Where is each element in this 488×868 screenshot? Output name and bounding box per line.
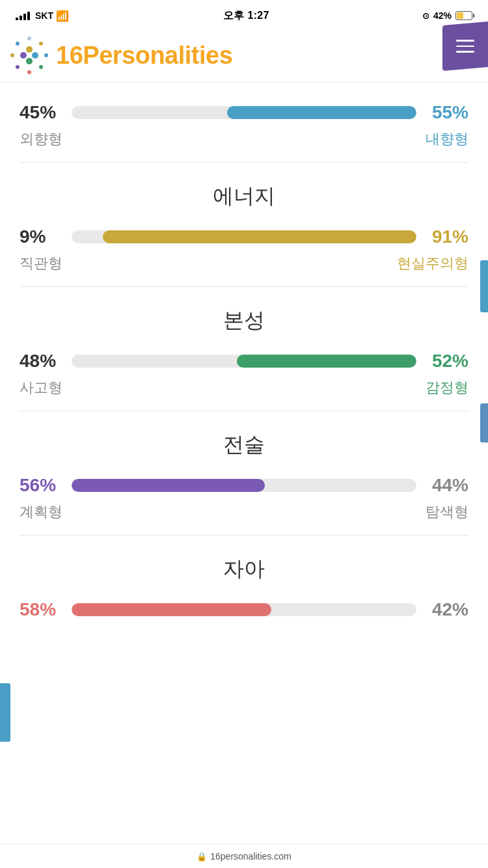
trait-bar-row-nature: 48% 52% — [20, 351, 468, 372]
left-label-nature: 사고형 — [20, 378, 62, 398]
left-pct-identity: 58% — [20, 599, 64, 620]
right-pct-nature: 52% — [424, 351, 468, 372]
left-pct-ei: 45% — [20, 102, 64, 123]
bar-fill-tactics — [72, 479, 265, 492]
bar-track-nature — [72, 355, 416, 368]
svg-point-10 — [26, 58, 33, 64]
bar-fill-identity — [72, 603, 271, 616]
orientation-lock-icon: ⊙ — [422, 11, 429, 21]
svg-point-5 — [16, 65, 20, 69]
trait-section-energy: 에너지 9% 91% 직관형 현실주의형 — [20, 163, 468, 287]
trait-bar-row-tactics: 56% 44% — [20, 475, 468, 496]
trait-labels-energy: 직관형 현실주의형 — [20, 254, 468, 273]
svg-point-9 — [32, 52, 38, 59]
right-side-block-top — [480, 260, 488, 312]
bar-fill-energy — [103, 230, 416, 243]
hamburger-menu-button[interactable] — [442, 21, 488, 71]
left-side-block-bottom — [0, 683, 10, 742]
footer: 🔒 16personalities.com — [0, 844, 488, 868]
svg-point-11 — [20, 52, 27, 59]
trait-section-ei: 45% 55% 외향형 내향형 — [20, 83, 468, 163]
main-content: 45% 55% 외향형 내향형 에너지 9% 91% 직관형 현실주의형 본성 — [0, 83, 488, 640]
left-pct-energy: 9% — [20, 226, 64, 247]
bar-fill-nature — [237, 355, 416, 368]
carrier-label: SKT — [35, 10, 53, 21]
right-pct-ei: 55% — [424, 102, 468, 123]
header-controls: 🇰🇷 — [449, 42, 475, 68]
right-pct-tactics: 44% — [424, 475, 468, 496]
status-time: 오후 1:27 — [223, 9, 269, 23]
status-right: ⊙ 42% — [422, 10, 472, 21]
right-side-block-bottom — [480, 403, 488, 442]
signal-icon — [16, 12, 30, 20]
svg-point-1 — [39, 42, 43, 46]
left-pct-nature: 48% — [20, 351, 64, 372]
footer-lock-icon: 🔒 — [197, 852, 207, 861]
header-title-number: 16 — [56, 42, 83, 69]
right-label-ei: 내향형 — [426, 129, 468, 149]
wifi-icon: 📶 — [56, 10, 69, 22]
trait-bar-row-identity: 58% 42% — [20, 599, 468, 620]
right-pct-identity: 42% — [424, 599, 468, 620]
status-bar: SKT 📶 오후 1:27 ⊙ 42% — [0, 0, 488, 29]
trait-labels-nature: 사고형 감정형 — [20, 378, 468, 398]
bar-track-energy — [72, 230, 416, 243]
header-title: 16Personalities — [56, 42, 232, 70]
trait-title-identity: 자아 — [20, 555, 468, 584]
carrier-wifi: SKT 📶 — [16, 10, 70, 22]
left-label-ei: 외향형 — [20, 129, 62, 149]
trait-title-nature: 본성 — [20, 306, 468, 335]
battery-fill — [457, 12, 463, 19]
svg-point-0 — [27, 36, 31, 40]
trait-bar-row-energy: 9% 91% — [20, 226, 468, 247]
trait-bar-row-ei: 45% 55% — [20, 102, 468, 123]
svg-point-4 — [27, 70, 31, 74]
right-label-nature: 감정형 — [426, 378, 468, 398]
bar-fill-ei — [227, 106, 417, 119]
left-label-tactics: 계획형 — [20, 502, 62, 522]
header-title-word: Personalities — [83, 42, 232, 69]
svg-point-8 — [26, 46, 33, 53]
footer-domain: 16personalities.com — [210, 851, 291, 861]
bar-track-identity — [72, 603, 416, 616]
trait-section-tactics: 전술 56% 44% 계획형 탐색형 — [20, 411, 468, 536]
trait-labels-tactics: 계획형 탐색형 — [20, 502, 468, 522]
svg-point-2 — [44, 53, 48, 57]
trait-section-nature: 본성 48% 52% 사고형 감정형 — [20, 287, 468, 411]
header: 16Personalities 🇰🇷 — [0, 29, 488, 83]
trait-title-tactics: 전술 — [20, 431, 468, 459]
battery-icon — [455, 11, 472, 20]
left-label-energy: 직관형 — [20, 254, 62, 273]
svg-point-7 — [16, 42, 20, 46]
battery-pct-label: 42% — [433, 10, 452, 21]
left-pct-tactics: 56% — [20, 475, 64, 496]
trait-labels-ei: 외향형 내향형 — [20, 129, 468, 149]
bar-track-ei — [72, 106, 416, 119]
hamburger-icon — [456, 40, 474, 53]
logo-icon — [9, 35, 49, 75]
svg-point-3 — [39, 65, 43, 69]
logo: 16Personalities — [9, 35, 232, 75]
right-label-tactics: 탐색형 — [426, 502, 468, 522]
svg-point-6 — [10, 53, 14, 57]
trait-section-identity: 자아 58% 42% — [20, 536, 468, 640]
right-pct-energy: 91% — [424, 226, 468, 247]
bar-track-tactics — [72, 479, 416, 492]
trait-title-energy: 에너지 — [20, 182, 468, 211]
right-label-energy: 현실주의형 — [397, 254, 468, 273]
